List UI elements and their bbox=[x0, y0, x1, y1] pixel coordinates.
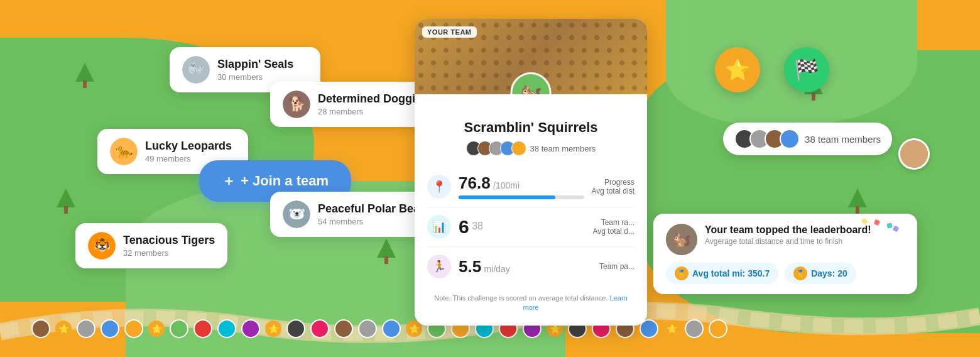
toast-stat-mi-label: Avg total mi: 350.7 bbox=[692, 268, 770, 278]
path-avatar bbox=[358, 319, 377, 338]
team-name-tigers: Tenacious Tigers bbox=[123, 234, 215, 248]
stat-right-rank: Team ra... Avg total d... bbox=[593, 218, 635, 236]
team-avatar-tigers: 🐯 bbox=[88, 232, 116, 260]
join-team-label: + Join a team bbox=[241, 173, 329, 189]
star-badge-small: ⭐ bbox=[55, 321, 72, 337]
toast-stat-days: 🥇 Days: 20 bbox=[785, 263, 856, 284]
stat-right-pace: Team pa... bbox=[599, 262, 634, 271]
stat-value-distance: 76.8 bbox=[459, 173, 491, 192]
team-info-tigers: Tenacious Tigers 32 members bbox=[123, 234, 215, 258]
path-avatar bbox=[382, 319, 401, 338]
map-background: ⭐ ⭐ ⭐ ⭐ ⭐ ⭐ bbox=[0, 0, 980, 357]
path-avatar bbox=[101, 319, 119, 338]
toast-avatar: 🐿️ bbox=[666, 224, 697, 255]
toast-subtitle: Avgerage total distance and time to fini… bbox=[705, 237, 871, 246]
stat-main-rank: 6 38 bbox=[459, 216, 585, 238]
team-avatar-seals: 🦭 bbox=[182, 56, 210, 84]
stat-icon-rank: 📊 bbox=[427, 215, 451, 239]
team-avatar-leopards: 🐆 bbox=[110, 138, 138, 165]
star-symbol: ⭐ bbox=[725, 58, 750, 82]
stat-main-pace: 5.5 mi/day bbox=[459, 257, 592, 277]
team-name-bears: Peaceful Polar Bea... bbox=[318, 202, 429, 216]
stat-right-distance: Progress Avg total dist bbox=[592, 178, 634, 195]
toast-header: 🐿️ Your team topped the leaderboard! Avg… bbox=[666, 224, 905, 255]
flag-symbol: 🏁 bbox=[794, 58, 819, 82]
right-members-text: 38 team members bbox=[805, 134, 881, 145]
path-avatar bbox=[241, 319, 260, 338]
leaderboard-toast: 🐿️ Your team topped the leaderboard! Avg… bbox=[653, 214, 917, 294]
stat-unit-pace: mi/day bbox=[484, 264, 510, 274]
path-avatar bbox=[709, 319, 727, 338]
team-info-bears: Peaceful Polar Bea... 54 members bbox=[318, 202, 429, 227]
tree-decoration bbox=[848, 189, 867, 214]
team-name-seals: Slappin' Seals bbox=[217, 58, 293, 72]
stat-row-rank: 📊 6 38 Team ra... Avg total d... bbox=[427, 207, 634, 247]
toast-text: Your team topped the leaderboard! Avgera… bbox=[705, 224, 871, 246]
path-avatar bbox=[170, 319, 188, 338]
path-avatar bbox=[334, 319, 353, 338]
team-members-bears: 54 members bbox=[318, 217, 429, 226]
tree-decoration bbox=[75, 63, 94, 88]
stat-row-pace: 🏃 5.5 mi/day Team pa... bbox=[427, 247, 634, 286]
your-team-badge: YOUR TEAM bbox=[422, 26, 477, 38]
toast-title: Your team topped the leaderboard! bbox=[705, 224, 871, 236]
progress-bar-container bbox=[459, 195, 584, 199]
path-avatar bbox=[31, 319, 50, 338]
stat-value-rank: 6 bbox=[459, 216, 469, 237]
confetti bbox=[886, 222, 892, 228]
team-members-seals: 30 members bbox=[217, 72, 293, 82]
join-team-icon: ＋ bbox=[222, 172, 236, 190]
toast-stat-mi: 🥇 Avg total mi: 350.7 bbox=[666, 263, 778, 284]
right-large-avatar bbox=[898, 138, 930, 170]
flag-icon-top: 🏁 bbox=[784, 47, 829, 92]
path-avatar bbox=[77, 319, 95, 338]
tree-decoration bbox=[377, 239, 396, 264]
stat-main-distance: 76.8 /100mi bbox=[459, 173, 584, 199]
star-icon-top: ⭐ bbox=[715, 47, 760, 92]
stat-icon-pace: 🏃 bbox=[427, 255, 451, 278]
team-detail-card: YOUR TEAM 🐿️ Scramblin' Squirrels 38 tea… bbox=[415, 19, 647, 326]
tree-decoration bbox=[57, 189, 75, 214]
star-badge-small: ⭐ bbox=[148, 321, 165, 337]
team-members-doggies: 28 members bbox=[318, 107, 428, 116]
path-avatar bbox=[286, 319, 305, 338]
path-avatar bbox=[310, 319, 329, 338]
member-avatars bbox=[466, 141, 526, 156]
right-member-avatars bbox=[734, 129, 800, 149]
right-member-avatar bbox=[780, 129, 800, 149]
member-count-text: 38 team members bbox=[530, 144, 596, 153]
path-avatar bbox=[193, 319, 212, 338]
team-card-tenacious-tigers[interactable]: 🐯 Tenacious Tigers 32 members bbox=[75, 223, 227, 268]
team-detail-body: Scramblin' Squirrels 38 team members 📍 7… bbox=[415, 94, 647, 326]
toast-stat-days-label: Days: 20 bbox=[811, 268, 847, 278]
progress-bar-fill bbox=[459, 195, 555, 199]
stat-sub-rank: 38 bbox=[472, 221, 483, 231]
stat-icon-distance: 📍 bbox=[427, 175, 451, 199]
team-members-tigers: 32 members bbox=[123, 248, 215, 258]
toast-stat-icon-2: 🥇 bbox=[793, 266, 807, 280]
path-avatar bbox=[685, 319, 704, 338]
right-members-row: 38 team members bbox=[723, 123, 892, 155]
team-header-image: YOUR TEAM 🐿️ bbox=[415, 19, 647, 94]
toast-stat-icon-1: 🥇 bbox=[675, 266, 689, 280]
team-name-doggies: Determined Doggies bbox=[318, 92, 428, 106]
member-avatar bbox=[511, 141, 526, 156]
team-note: Note: This challenge is scored on averag… bbox=[427, 294, 634, 313]
toast-stats: 🥇 Avg total mi: 350.7 🥇 Days: 20 bbox=[666, 263, 905, 284]
team-detail-name: Scramblin' Squirrels bbox=[427, 119, 634, 136]
team-avatar-bears: 🐻‍❄️ bbox=[283, 200, 310, 228]
team-name-leopards: Lucky Leopards bbox=[145, 140, 232, 153]
team-info-doggies: Determined Doggies 28 members bbox=[318, 92, 428, 117]
team-members-row: 38 team members bbox=[427, 141, 634, 156]
team-avatar-doggies: 🐕 bbox=[283, 91, 310, 118]
team-info-seals: Slappin' Seals 30 members bbox=[217, 58, 293, 82]
stat-unit-distance: /100mi bbox=[493, 180, 520, 190]
path-avatar bbox=[124, 319, 143, 338]
stat-value-pace: 5.5 bbox=[459, 257, 481, 276]
star-badge-small: ⭐ bbox=[663, 321, 680, 337]
path-avatar bbox=[217, 319, 236, 338]
star-badge-small: ⭐ bbox=[265, 321, 281, 337]
stat-row-distance: 📍 76.8 /100mi Progress Avg total dist bbox=[427, 166, 634, 207]
